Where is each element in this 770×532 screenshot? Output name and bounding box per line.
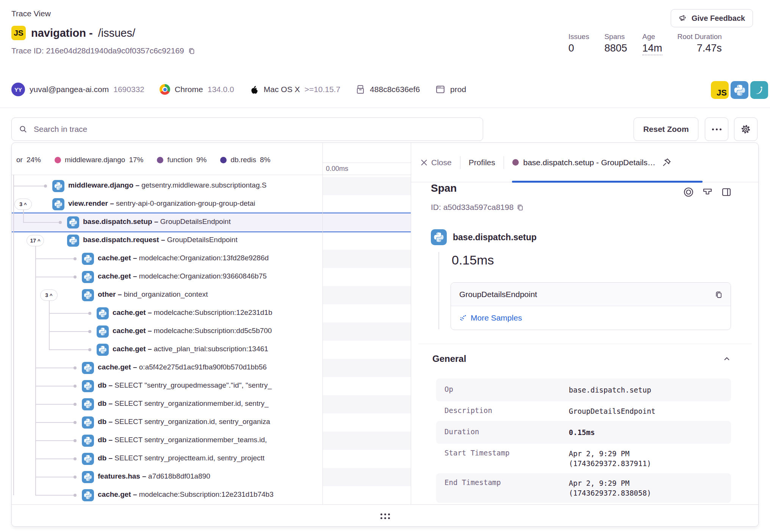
trace-tree-row[interactable]: cache.get – o:a5f42e275d1ac91fba90f0b570… [12, 359, 322, 377]
platform-icons: JS [711, 81, 768, 99]
tree-connector [49, 331, 91, 332]
window-icon [435, 84, 446, 95]
span-detail-panel: Close Profiles base.dispatch.setup - Gro… [411, 143, 759, 504]
trace-tree-row[interactable]: base.dispatch.setup – GroupDetailsEndpoi… [12, 213, 322, 232]
python-icon [82, 435, 94, 447]
expand-collapse-badge[interactable]: 3^ [40, 289, 58, 301]
trace-tree-row[interactable]: db – SELECT sentry_projectteam.id, sentr… [12, 450, 322, 468]
copy-icon[interactable] [715, 290, 723, 299]
python-icon [52, 180, 64, 192]
settings-button[interactable] [734, 117, 757, 141]
python-icon [431, 229, 447, 245]
stat-label: Spans [604, 33, 627, 41]
tree-connector [49, 349, 91, 350]
trace-tree-row[interactable]: features.has – a7d618b8df01a890 [12, 468, 322, 486]
search-input[interactable] [33, 124, 476, 134]
close-label: Close [431, 158, 452, 167]
trace-tree-row[interactable]: 3^view.render – sentry-api-0-organizatio… [12, 195, 322, 213]
span-op-color-dot [512, 159, 519, 166]
trace-tree-row[interactable]: 17^base.dispatch.request – GroupDetailsE… [12, 232, 322, 250]
span-row-label: cache.get – modelcache:Organization:13fd… [98, 254, 269, 262]
panel-layout-button[interactable] [720, 186, 732, 198]
python-icon [82, 453, 94, 465]
more-options-button[interactable] [705, 117, 728, 141]
general-section-header[interactable]: General [432, 354, 731, 364]
tree-connector-dot [88, 348, 91, 351]
tree-connector [23, 222, 62, 223]
expand-collapse-badge[interactable]: 17^ [27, 235, 44, 246]
trace-tree-row[interactable]: cache.get – modelcache:Subscription:12e2… [12, 304, 322, 322]
python-icon [82, 416, 94, 429]
tab-separator [504, 156, 504, 169]
close-icon [421, 159, 427, 166]
tab-span-details[interactable]: base.dispatch.setup - GroupDetails… [512, 158, 656, 167]
search-box[interactable] [11, 117, 483, 141]
trace-tree-row[interactable]: cache.get – modelcache:Organization:13fd… [12, 250, 322, 268]
profiling-dots-icon [459, 314, 467, 322]
drag-handle[interactable] [380, 513, 390, 519]
tree-connector-dot [74, 439, 77, 442]
trace-tree-row[interactable]: middleware.django – getsentry.middleware… [12, 177, 322, 195]
span-row-label: cache.get – modelcache:Subscription:12e2… [98, 490, 274, 499]
span-row-label: cache.get – active_plan_trial:subscripti… [113, 345, 268, 353]
focus-span-button[interactable] [682, 186, 695, 198]
trace-tree-row[interactable]: db – SELECT "sentry_groupedmessage"."id"… [12, 377, 322, 395]
expand-collapse-badge[interactable]: 3^ [14, 199, 32, 210]
meta-primary: Mac OS X [264, 85, 300, 94]
python-icon [67, 216, 79, 228]
trace-tree-row[interactable]: 3^other – bind_organization_context [12, 286, 322, 304]
python-icon [82, 380, 94, 392]
search-icon [19, 125, 28, 134]
meta-item-window: prod [435, 84, 466, 95]
tree-connector-dot [74, 457, 77, 460]
stat-value: 8805 [604, 42, 627, 54]
python-icon [82, 271, 94, 283]
tree-connector-dot [74, 494, 77, 497]
kv-value: Apr 2, 9:29 PM(1743629372.838058) [569, 478, 651, 498]
tree-connector-dot [59, 221, 62, 224]
trace-tree-row[interactable]: cache.get – active_plan_trial:subscripti… [12, 341, 322, 359]
tree-connector-dot [74, 476, 77, 479]
kv-row-description: DescriptionGroupDetailsEndpoint [436, 401, 731, 421]
span-actions [682, 186, 732, 198]
sample-title: GroupDetailsEndpoint [459, 290, 537, 299]
tree-timeline-divider[interactable] [322, 143, 323, 504]
collapse-caret-icon: ^ [24, 202, 27, 207]
span-row-label: cache.get – modelcache:Subscription:12e2… [113, 308, 272, 317]
kv-row-duration: Duration0.15ms [436, 421, 731, 444]
kv-key: Duration [444, 427, 569, 436]
close-panel-button[interactable]: Close [421, 158, 452, 167]
trace-tree-row[interactable]: cache.get – modelcache:Subscription:dd5c… [12, 322, 322, 341]
trace-tree-row[interactable]: db – SELECT sentry_organizationmember_te… [12, 432, 322, 450]
give-feedback-button[interactable]: Give Feedback [671, 9, 753, 27]
child-count: 17 [30, 238, 36, 244]
tree-connector-dot [74, 403, 77, 406]
stat-value: 14m [642, 42, 662, 55]
trace-tree-row[interactable]: db – SELECT sentry_organizationmember.id… [12, 395, 322, 413]
tab-profiles[interactable]: Profiles [469, 158, 495, 167]
span-sample-card: GroupDetailsEndpoint More Samples [451, 282, 731, 330]
trace-tree-row[interactable]: cache.get – modelcache:Organization:9366… [12, 268, 322, 286]
python-icon [97, 307, 109, 319]
trace-id-text: Trace ID: 216e04d28d1940da9c0f0357c6c921… [11, 46, 184, 55]
kv-key: Description [444, 406, 569, 415]
span-row-label: db – SELECT sentry_organizationmember_te… [98, 436, 267, 444]
more-samples-label: More Samples [471, 313, 522, 322]
trace-meta-row: YYyuval@pangea-ai.com1690332Chrome134.0.… [11, 80, 466, 99]
kv-value: Apr 2, 9:29 PM(1743629372.837911) [569, 449, 651, 468]
pin-tab-button[interactable] [662, 158, 671, 167]
stat-spans: Spans8805 [604, 33, 627, 55]
kv-key: End Timestamp [444, 478, 569, 487]
reset-zoom-button[interactable]: Reset Zoom [634, 117, 698, 141]
zoom-to-span-button[interactable] [701, 186, 714, 198]
stat-label: Age [642, 33, 662, 41]
trace-tree-row[interactable]: db – SELECT sentry_organization.id, sent… [12, 413, 322, 432]
meta-item-device: 488c8c636ef6 [355, 84, 420, 95]
stat-label: Issues [568, 33, 589, 41]
trace-tree-row[interactable]: cache.get – modelcache:Subscription:12e2… [12, 486, 322, 504]
more-samples-link[interactable]: More Samples [459, 313, 522, 322]
copy-icon[interactable] [516, 203, 524, 211]
meta-primary: yuval@pangea-ai.com [30, 85, 109, 94]
page-title-row: JS navigation - /issues/ [11, 26, 135, 40]
copy-icon[interactable] [188, 47, 196, 55]
